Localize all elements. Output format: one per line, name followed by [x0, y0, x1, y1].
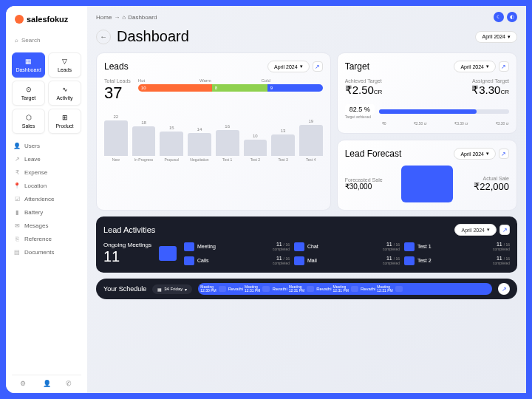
schedule-item[interactable]: Meeting12:31 PMRevathi: [289, 285, 332, 293]
phone-icon[interactable]: ✆: [66, 380, 73, 387]
nav-tile-target[interactable]: ⊙Target: [12, 81, 45, 106]
bar-Test 1: 16Test 1: [216, 124, 239, 162]
chevron-right-icon: →: [114, 14, 120, 21]
menu-icon: 📍: [13, 183, 21, 189]
expand-icon[interactable]: ↗: [499, 61, 509, 72]
schedule-item[interactable]: Meeting12:31 PMRevathi: [245, 285, 287, 293]
actual-label: Actual Sale: [459, 176, 509, 181]
schedule-item[interactable]: Meeting12:31 PM: [377, 285, 402, 293]
activity-icon: [294, 256, 304, 265]
menu-item-reference[interactable]: ⎘Reference: [12, 233, 81, 245]
breadcrumb: Home → ⌂ Dashboard: [96, 14, 157, 21]
forecast-period[interactable]: April 2024▾: [454, 148, 496, 160]
leads-chart: 22New18In Progress15Proposol14Negotiatio…: [104, 110, 323, 162]
menu-item-battery[interactable]: ▮Battery: [12, 206, 81, 219]
search-placeholder: Search: [21, 37, 40, 44]
schedule-icon: [351, 286, 358, 292]
leads-period[interactable]: April 2024▾: [267, 61, 310, 72]
brand-logo: salesfokuz: [12, 12, 81, 27]
forecasted-value: ₹30,000: [345, 183, 395, 191]
chevron-down-icon: ▾: [185, 287, 187, 292]
menu-item-location[interactable]: 📍Location: [12, 180, 81, 192]
activity-test 2[interactable]: Test 211 / 16completed: [404, 256, 510, 265]
chevron-down-icon: ▾: [508, 34, 511, 40]
nav-tile-product[interactable]: ⊞Product: [48, 109, 81, 134]
bar-In Progress: 18In Progress: [132, 120, 156, 162]
nav-tiles: ▦Dashboard▽Leads⊙Target∿Activity⬡Sales⊞P…: [12, 52, 81, 134]
schedule-expand[interactable]: ↗: [498, 283, 510, 295]
total-leads-label: Total Leads: [104, 78, 131, 83]
bar-Test 4: 19Test 4: [299, 119, 323, 162]
menu-item-users[interactable]: 👤Users: [12, 140, 81, 152]
activity-icon: [184, 256, 194, 265]
activity-test 1[interactable]: Test 111 / 16completed: [404, 242, 510, 251]
target-percent: 82.5 %: [345, 104, 375, 115]
achieved-label: Achieved Target: [345, 78, 383, 83]
brand-text-2: fokuz: [47, 15, 69, 24]
chevron-down-icon: ▾: [486, 64, 489, 69]
menu-item-attendence[interactable]: ☑Attendence: [12, 193, 81, 205]
expand-icon[interactable]: ↗: [499, 225, 510, 235]
assigned-value: ₹3.30: [471, 83, 500, 96]
menu-icon: 👤: [13, 143, 21, 149]
ongoing-count: 11: [103, 248, 151, 265]
activity-mail[interactable]: Mail11 / 16completed: [294, 256, 400, 265]
bottom-icons: ⚙ 👤 ✆: [12, 375, 81, 387]
activity-icon: [294, 242, 304, 251]
schedule-date[interactable]: ▦ 34 Friday ▾: [152, 284, 192, 294]
menu-item-expense[interactable]: ₹Expense: [12, 166, 81, 179]
nav-tile-dashboard[interactable]: ▦Dashboard: [12, 52, 45, 78]
progress-bar: [379, 109, 509, 114]
actual-value: ₹22,000: [459, 181, 509, 192]
tile-icon: ∿: [61, 86, 69, 93]
schedule-item[interactable]: Meeting12:30 PMRevathi: [200, 285, 243, 293]
forecast-graphic: [401, 166, 453, 202]
bar-Test 2: 10Test 2: [244, 134, 267, 162]
briefcase-icon: [159, 246, 177, 261]
page-title: Dashboard: [117, 28, 189, 45]
page-header: ← Dashboard April 2024 ▾: [96, 28, 517, 45]
chevron-down-icon: ▾: [487, 227, 490, 233]
bar-New: 22New: [104, 115, 128, 162]
main-content: Home → ⌂ Dashboard ☾ ◐ ← Dashboard April…: [87, 6, 526, 393]
activity-icon: [404, 242, 415, 251]
nav-tile-sales[interactable]: ⬡Sales: [12, 109, 45, 134]
nav-tile-activity[interactable]: ∿Activity: [48, 81, 81, 106]
expand-icon[interactable]: ↗: [313, 61, 323, 72]
user-icon[interactable]: 👤: [43, 380, 50, 387]
menu-item-leave[interactable]: ↗Leave: [12, 153, 81, 166]
nav-menu: 👤Users↗Leave₹Expense📍Location☑Attendence…: [12, 140, 81, 375]
logo-icon: [15, 15, 24, 24]
tile-icon: ▦: [25, 58, 33, 65]
target-period[interactable]: April 2024▾: [454, 61, 496, 72]
chevron-down-icon: ▾: [300, 64, 303, 69]
period-selector[interactable]: April 2024 ▾: [475, 31, 517, 43]
bar-Proposol: 15Proposol: [160, 126, 183, 162]
menu-item-documents[interactable]: ▤Documents: [12, 246, 81, 259]
achieved-value: ₹2.50: [345, 83, 374, 96]
crumb-home[interactable]: Home: [96, 14, 112, 21]
leads-title: Leads: [104, 61, 129, 72]
menu-item-mesages[interactable]: ✉Mesages: [12, 219, 81, 232]
search-input[interactable]: ⌕ Search: [12, 34, 81, 47]
activities-card: Lead Activities April 2024▾ ↗ Ongoing Me…: [96, 216, 517, 273]
forecasted-label: Forecasted Sale: [345, 177, 395, 183]
activities-period[interactable]: April 2024▾: [454, 224, 497, 236]
moon-icon[interactable]: ☾: [494, 12, 504, 22]
schedule-item[interactable]: Meeting12:31 PMRevathi: [332, 285, 375, 293]
nav-tile-leads[interactable]: ▽Leads: [48, 52, 81, 78]
expand-icon[interactable]: ↗: [499, 149, 509, 159]
menu-icon: ▮: [13, 209, 21, 216]
menu-icon: ₹: [13, 169, 21, 176]
activity-meeting[interactable]: Meeting11 / 16completed: [184, 242, 290, 251]
assigned-label: Assigned Target: [471, 78, 509, 83]
home-icon: ⌂: [122, 14, 126, 21]
period-label: April 2024: [482, 34, 505, 39]
settings-icon[interactable]: ⚙: [20, 380, 27, 387]
activity-chat[interactable]: Chat11 / 16completed: [294, 242, 400, 251]
back-button[interactable]: ←: [96, 30, 111, 44]
activity-calls[interactable]: Calls11 / 16completed: [184, 256, 290, 265]
notification-icon[interactable]: ◐: [507, 12, 517, 22]
menu-icon: ▤: [13, 249, 21, 256]
tile-icon: ⊞: [61, 114, 69, 121]
